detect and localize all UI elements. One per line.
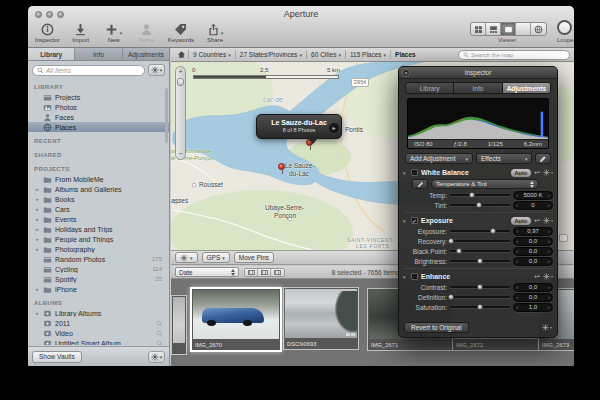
value-stepper[interactable]: ‹1,0› bbox=[513, 303, 553, 312]
toolbar-keywords-button[interactable]: Keywords bbox=[168, 22, 194, 43]
sidebar-item-random-photos[interactable]: Random Photos275 bbox=[28, 254, 169, 264]
sidebar-item-2011[interactable]: 2011 bbox=[28, 318, 169, 328]
value-stepper[interactable]: ‹5000 K› bbox=[513, 191, 553, 200]
slider-track[interactable] bbox=[450, 296, 510, 298]
toolbar-inspector-button[interactable]: Inspector bbox=[35, 22, 60, 43]
sidebar-scrollbar[interactable] bbox=[165, 88, 168, 143]
disclosure-icon[interactable]: ▸ bbox=[35, 216, 40, 222]
toolbar-import-button[interactable]: Import bbox=[69, 22, 93, 43]
stepper-increment-icon[interactable]: › bbox=[548, 293, 550, 301]
section-checkbox[interactable] bbox=[411, 273, 418, 280]
viewer-mode-faces[interactable] bbox=[516, 23, 531, 35]
add-adjustment-dropdown[interactable]: Add Adjustment ▾ bbox=[405, 153, 473, 164]
disclosure-icon[interactable]: ▸ bbox=[35, 226, 40, 232]
view-mode-button[interactable] bbox=[258, 269, 271, 276]
wb-mode-dropdown[interactable]: Temperature & Tint bbox=[431, 179, 539, 189]
gps-button[interactable]: GPS ▾ bbox=[202, 252, 230, 263]
disclosure-icon[interactable]: ▾ bbox=[403, 170, 408, 176]
viewer-mode-places[interactable] bbox=[531, 23, 546, 35]
disclosure-icon[interactable]: ▸ bbox=[35, 196, 40, 202]
revert-to-original-button[interactable]: Revert to Original bbox=[404, 322, 469, 333]
slider-track[interactable] bbox=[450, 240, 510, 242]
stepper-increment-icon[interactable]: › bbox=[548, 283, 550, 291]
sidebar-tab-info[interactable]: Info bbox=[75, 48, 122, 60]
viewer-mode-viewer[interactable] bbox=[501, 23, 516, 35]
slider-track[interactable] bbox=[450, 306, 510, 308]
disclosure-icon[interactable]: ▸ bbox=[35, 236, 40, 242]
view-mode-button[interactable] bbox=[245, 269, 258, 276]
stepper-decrement-icon[interactable]: ‹ bbox=[516, 247, 518, 255]
sidebar-item-holidays-and-trips[interactable]: ▸Holidays and Trips bbox=[28, 224, 169, 234]
slider-handle[interactable] bbox=[477, 304, 483, 310]
slider-handle[interactable] bbox=[448, 238, 454, 244]
inspector-action-button[interactable]: ▾ bbox=[542, 324, 552, 331]
inspector-titlebar[interactable]: × Inspector bbox=[399, 67, 557, 79]
value-stepper[interactable]: ‹0,0› bbox=[513, 283, 553, 292]
move-pins-button[interactable]: Move Pins bbox=[234, 252, 274, 263]
sidebar-item-from-mobileme[interactable]: From MobileMe bbox=[28, 174, 169, 184]
undo-icon[interactable]: ↩ bbox=[534, 272, 540, 281]
place-callout[interactable]: Le Sauze-du-Lac 8 of 8 Photos ▸ bbox=[256, 114, 342, 139]
sidebar-item-events[interactable]: ▸Events bbox=[28, 214, 169, 224]
sidebar-item-places[interactable]: Places bbox=[28, 122, 169, 132]
sidebar-item-books[interactable]: ▸Books bbox=[28, 194, 169, 204]
breadcrumb-27-states-provinces[interactable]: 27 States/Provinces▾ bbox=[236, 49, 306, 60]
sidebar-filter-button[interactable]: ▾ bbox=[148, 64, 165, 76]
section-action-button[interactable]: ▾ bbox=[543, 273, 553, 280]
breadcrumb-9-countries[interactable]: 9 Countries▾ bbox=[189, 49, 235, 60]
sidebar-item-cycling[interactable]: Cycling114 bbox=[28, 264, 169, 274]
thumbnail-partial[interactable] bbox=[171, 295, 187, 355]
viewer-mode-grid[interactable] bbox=[471, 23, 486, 35]
map-action-button[interactable]: ▾ bbox=[175, 252, 198, 263]
section-action-button[interactable]: ▾ bbox=[543, 169, 553, 176]
sidebar-item-library-albums[interactable]: ▸Library Albums bbox=[28, 308, 169, 318]
section-action-button[interactable]: ▾ bbox=[543, 217, 553, 224]
sidebar-item-untitled-smart-album[interactable]: Untitled Smart Album bbox=[28, 338, 169, 345]
zoom-in-icon[interactable]: + bbox=[176, 68, 185, 76]
sidebar-item-projects[interactable]: Projects bbox=[28, 92, 169, 102]
disclosure-icon[interactable]: ▸ bbox=[35, 286, 40, 292]
toolbar-new-button[interactable]: ▾New bbox=[102, 22, 126, 43]
stepper-decrement-icon[interactable]: ‹ bbox=[516, 303, 518, 311]
undo-icon[interactable]: ↩ bbox=[534, 216, 540, 225]
inspector-tab-info[interactable]: Info bbox=[454, 83, 502, 93]
section-checkbox[interactable]: ✓ bbox=[411, 217, 418, 224]
disclosure-icon[interactable]: ▾ bbox=[403, 218, 408, 224]
value-stepper[interactable]: ‹0,0› bbox=[513, 293, 553, 302]
toolbar-share-button[interactable]: ▾Share bbox=[203, 22, 227, 43]
slider-track[interactable] bbox=[450, 260, 510, 262]
stepper-decrement-icon[interactable]: ‹ bbox=[516, 237, 518, 245]
home-button[interactable] bbox=[174, 49, 188, 60]
slider-track[interactable] bbox=[450, 286, 510, 288]
stepper-increment-icon[interactable]: › bbox=[548, 201, 550, 209]
loupe-button[interactable] bbox=[557, 20, 572, 35]
thumbnail-img-2670[interactable]: IMG_2670 bbox=[190, 287, 282, 352]
callout-show-photos-button[interactable]: ▸ bbox=[329, 123, 339, 133]
map-search-input[interactable]: Search the map bbox=[458, 50, 570, 60]
breadcrumb-115-places[interactable]: 115 Places▾ bbox=[346, 49, 390, 60]
stepper-decrement-icon[interactable]: ‹ bbox=[516, 227, 518, 235]
slider-handle[interactable] bbox=[469, 192, 475, 198]
sidebar-item-albums-and-galleries[interactable]: ▸Albums and Galleries bbox=[28, 184, 169, 194]
undo-icon[interactable]: ↩ bbox=[534, 168, 540, 177]
value-stepper[interactable]: ‹0,0› bbox=[513, 237, 553, 246]
disclosure-icon[interactable]: ▸ bbox=[35, 206, 40, 212]
inspector-tab-adjustments[interactable]: Adjustments bbox=[503, 83, 550, 93]
disclosure-icon[interactable]: ▾ bbox=[403, 274, 408, 280]
slider-handle[interactable] bbox=[456, 248, 462, 254]
zoom-out-icon[interactable]: − bbox=[176, 150, 185, 158]
breadcrumb-60-cities[interactable]: 60 Cities▾ bbox=[307, 49, 345, 60]
sidebar-action-button[interactable]: ▾ bbox=[148, 351, 165, 363]
sidebar-item-cars[interactable]: ▸Cars bbox=[28, 204, 169, 214]
zoom-slider-handle[interactable] bbox=[177, 78, 184, 86]
slider-track[interactable] bbox=[450, 204, 510, 206]
stepper-increment-icon[interactable]: › bbox=[548, 247, 550, 255]
map-pin[interactable] bbox=[278, 163, 285, 170]
eyedropper-button[interactable] bbox=[412, 179, 428, 189]
value-stepper[interactable]: ‹0,97› bbox=[513, 227, 553, 236]
slider-track[interactable] bbox=[450, 250, 510, 252]
disclosure-icon[interactable]: ▸ bbox=[35, 246, 40, 252]
slider-track[interactable] bbox=[450, 194, 510, 196]
disclosure-icon[interactable]: ▸ bbox=[35, 310, 40, 316]
viewer-mode-split[interactable] bbox=[486, 23, 501, 35]
